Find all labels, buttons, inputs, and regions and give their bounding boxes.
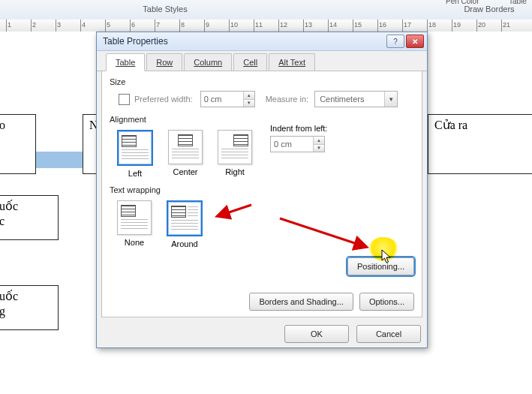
wrap-none-option[interactable] xyxy=(117,200,152,235)
table-cell: Cửa ra xyxy=(428,114,532,174)
borders-shading-button[interactable]: Borders and Shading... xyxy=(249,293,353,311)
tab-alt-text[interactable]: Alt Text xyxy=(269,53,315,71)
horizontal-ruler: 123456789101112131415161718192021 xyxy=(0,20,532,32)
measure-in-value: Centimeters xyxy=(315,95,384,104)
chevron-down-icon[interactable]: ▼ xyxy=(384,92,397,107)
text-wrapping-label: Text wrapping xyxy=(110,185,414,194)
align-left-label: Left xyxy=(128,169,142,178)
tab-cell[interactable]: Cell xyxy=(233,53,267,71)
dialog-title: Table Properties xyxy=(103,36,385,47)
wrap-around-option[interactable] xyxy=(167,200,203,236)
close-button[interactable]: ✕ xyxy=(406,35,424,48)
ribbon-table-label: Table xyxy=(509,0,527,5)
wrap-none-label: None xyxy=(125,238,144,247)
tab-column[interactable]: Column xyxy=(184,53,232,71)
spinner[interactable]: ▲▼ xyxy=(243,92,254,107)
preferred-width-field[interactable]: ▲▼ xyxy=(200,91,255,107)
align-center-option[interactable] xyxy=(168,130,203,164)
ribbon: Table Styles Draw Borders Pen Color Tabl… xyxy=(0,0,532,20)
table-cell: uốc g xyxy=(0,285,59,330)
align-center-label: Center xyxy=(173,167,197,176)
tab-body: Size Preferred width: ▲▼ Measure in: Cen… xyxy=(101,71,422,317)
measure-in-combo[interactable]: Centimeters ▼ xyxy=(314,91,398,107)
positioning-button[interactable]: Positioning... xyxy=(347,257,414,275)
help-button[interactable]: ? xyxy=(386,35,404,48)
size-label: Size xyxy=(110,77,414,86)
options-button[interactable]: Options... xyxy=(359,293,414,311)
tab-table[interactable]: Table xyxy=(106,53,145,71)
align-right-option[interactable] xyxy=(218,130,252,164)
ribbon-group-draw-borders: Draw Borders xyxy=(459,5,519,14)
table-cell: uốc c xyxy=(0,195,59,240)
indent-label: Indent from left: xyxy=(270,124,327,133)
align-left-option[interactable] xyxy=(117,130,153,166)
measure-in-label: Measure in: xyxy=(266,95,308,104)
dialog-titlebar[interactable]: Table Properties ? ✕ xyxy=(97,32,427,51)
cancel-button[interactable]: Cancel xyxy=(356,325,421,343)
tab-row[interactable]: Row xyxy=(146,53,182,71)
alignment-label: Alignment xyxy=(110,115,414,124)
indent-field[interactable]: ▲▼ xyxy=(270,136,325,152)
ok-button[interactable]: OK xyxy=(284,325,349,343)
spinner[interactable]: ▲▼ xyxy=(313,137,324,152)
table-properties-dialog: Table Properties ? ✕ Table Row Column Ce… xyxy=(96,32,428,348)
preferred-width-input[interactable] xyxy=(201,92,243,107)
wrap-around-label: Around xyxy=(171,239,197,248)
preferred-width-checkbox[interactable] xyxy=(119,94,130,105)
align-right-label: Right xyxy=(225,167,245,176)
preferred-width-label: Preferred width: xyxy=(134,95,193,104)
tab-strip: Table Row Column Cell Alt Text xyxy=(97,51,427,71)
table-cell: o xyxy=(0,114,36,174)
ribbon-pen-color: Pen Color xyxy=(446,0,479,5)
ribbon-group-table-styles: Table Styles xyxy=(131,5,199,14)
indent-input[interactable] xyxy=(271,137,313,152)
